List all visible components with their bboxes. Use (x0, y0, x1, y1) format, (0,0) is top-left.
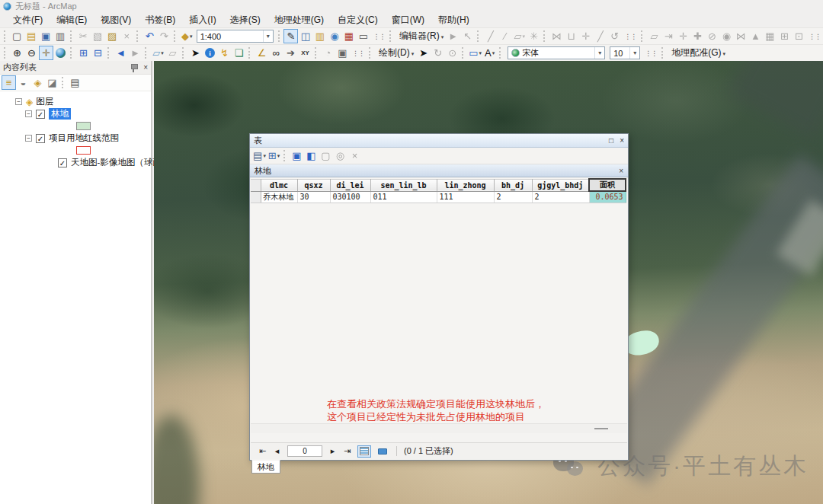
cell-面积[interactable]: 0.0653 (589, 191, 626, 203)
menu-item-customize[interactable]: 自定义(C) (331, 12, 385, 28)
previous-record-button[interactable]: ◂ (271, 446, 283, 456)
lindi-symbol-swatch[interactable] (76, 122, 91, 130)
toolbar-grip[interactable] (389, 30, 393, 42)
toolbar-grip[interactable] (4, 30, 8, 42)
search-window-icon[interactable]: ◉ (327, 29, 341, 43)
toolbar-grip[interactable] (641, 30, 645, 42)
redline-symbol-swatch[interactable] (76, 146, 91, 155)
menu-item-edit[interactable]: 编辑(E) (50, 12, 94, 28)
cell-dlmc[interactable]: 乔木林地 (261, 191, 297, 203)
attribute-table[interactable]: dlmcqsxzdi_leisen_lin_lblin_zhongbh_djgj… (251, 178, 626, 203)
pin-icon[interactable] (130, 63, 138, 72)
identify-icon[interactable] (203, 46, 217, 60)
draw-menu-button[interactable]: 绘制(D)▾ (379, 46, 414, 59)
column-header-di_lei[interactable]: di_lei (330, 179, 370, 191)
new-document-icon[interactable]: ▢ (10, 29, 24, 43)
first-record-button[interactable]: ⇤ (257, 446, 268, 456)
chevron-down-icon[interactable]: ▾ (263, 30, 273, 42)
fixed-zoom-in-icon[interactable]: ⊞ (76, 46, 91, 60)
table-bottom-tab[interactable]: 林地 (251, 460, 280, 474)
catalog-window-icon[interactable]: ▥ (312, 29, 327, 43)
column-header-dlmc[interactable]: dlmc (261, 179, 297, 191)
toolbar-grip[interactable] (4, 47, 8, 59)
next-record-button[interactable]: ▸ (327, 446, 338, 456)
show-all-records-button[interactable] (357, 445, 371, 458)
layer-checkbox[interactable]: ✓ (36, 110, 45, 119)
open-folder-icon[interactable]: ▤ (24, 29, 39, 43)
toolbar-grip[interactable] (278, 30, 282, 42)
switch-selection-icon[interactable]: ◧ (304, 148, 319, 163)
toc-options-icon[interactable]: ▤ (68, 75, 82, 90)
measure-icon[interactable]: ∠ (255, 46, 269, 60)
close-icon[interactable]: × (143, 63, 148, 72)
table-window-titlebar[interactable]: 表 □ × (250, 134, 628, 148)
shape-tool-icon[interactable]: ▭▾ (468, 46, 482, 60)
hyperlink-icon[interactable]: ↯ (217, 46, 232, 60)
paste-icon[interactable]: ▨ (105, 29, 120, 43)
fixed-zoom-out-icon[interactable]: ⊟ (91, 46, 105, 60)
highlight-selected-icon[interactable]: ▣ (290, 148, 304, 163)
list-by-source-icon[interactable]: ◒ (16, 75, 30, 90)
cell-sen_lin_lb[interactable]: 011 (370, 191, 437, 203)
menu-item-view[interactable]: 视图(V) (94, 12, 138, 28)
list-by-visibility-icon[interactable]: ◈ (30, 75, 45, 90)
cell-gjgyl_bhdj[interactable]: 2 (532, 191, 589, 203)
cell-di_lei[interactable]: 030100 (330, 191, 370, 203)
column-header-qsxz[interactable]: qsxz (297, 179, 330, 191)
collapse-icon[interactable]: − (15, 98, 22, 105)
collapse-icon[interactable]: − (25, 110, 32, 117)
print-icon[interactable]: ▥ (53, 29, 68, 43)
save-icon[interactable]: ▣ (39, 29, 53, 43)
table-of-contents-window-icon[interactable]: ◫ (298, 29, 312, 43)
full-extent-globe-icon[interactable] (53, 46, 68, 60)
go-to-xy-icon[interactable] (298, 46, 312, 60)
georeferencing-menu-button[interactable]: 地理配准(G)▾ (671, 46, 725, 59)
toolbar-overflow[interactable]: ⋮⋮ (624, 33, 636, 40)
toc-layer-redline[interactable]: − ✓ 项目用地红线范围 (25, 132, 119, 144)
horizontal-scrollbar[interactable] (251, 423, 627, 433)
font-name-combo[interactable]: 宋体 ▾ (508, 46, 605, 59)
menu-item-windows[interactable]: 窗口(W) (385, 12, 431, 28)
map-scale-combo[interactable]: 1:400 ▾ (197, 30, 274, 43)
close-icon[interactable]: × (619, 167, 623, 175)
toc-layer-lindi[interactable]: − ✓ 林地 (25, 108, 71, 120)
column-header-sen_lin_lb[interactable]: sen_lin_lb (370, 179, 437, 191)
column-header-lin_zhong[interactable]: lin_zhong (437, 179, 494, 191)
collapse-icon[interactable]: − (25, 135, 32, 142)
layer-checkbox[interactable]: ✓ (58, 158, 67, 167)
last-record-button[interactable]: ⇥ (341, 446, 353, 456)
toolbar-grip[interactable] (369, 47, 373, 59)
toolbar-grip[interactable] (661, 47, 665, 59)
select-features-icon[interactable]: ▱▾ (151, 46, 165, 60)
column-header-gjgyl_bhdj[interactable]: gjgyl_bhdj (532, 179, 589, 191)
maximize-icon[interactable]: □ (609, 136, 613, 145)
chevron-down-icon[interactable]: ▾ (629, 47, 639, 59)
pan-hand-icon[interactable]: ✛ (39, 46, 53, 60)
toolbar-overflow[interactable]: ⋮⋮ (809, 33, 821, 40)
find-route-icon[interactable]: ➔ (283, 46, 298, 60)
record-number-input[interactable]: 0 (287, 445, 322, 457)
python-window-icon[interactable]: ▭ (356, 29, 370, 43)
viewer-window-icon[interactable]: ▣ (335, 46, 350, 60)
toolbar-overflow[interactable]: ⋮⋮ (373, 33, 385, 40)
arctoolbox-icon[interactable]: ▦ (341, 29, 356, 43)
scrollbar-thumb[interactable] (594, 428, 608, 429)
layer-checkbox[interactable]: ✓ (36, 134, 45, 143)
cell-qsxz[interactable]: 30 (297, 191, 330, 203)
show-selected-records-button[interactable] (376, 445, 389, 458)
row-selector-header[interactable] (251, 179, 261, 191)
layer-label[interactable]: 项目用地红线范围 (49, 132, 119, 144)
select-elements-icon[interactable]: ➤ (188, 46, 203, 60)
back-extent-icon[interactable]: ◄ (114, 46, 128, 60)
cell-lin_zhong[interactable]: 111 (437, 191, 494, 203)
html-popup-icon[interactable]: ❏ (232, 46, 246, 60)
draw-select-arrow-icon[interactable]: ➤ (416, 46, 431, 60)
menu-item-help[interactable]: 帮助(H) (431, 12, 476, 28)
undo-icon[interactable]: ↶ (143, 29, 157, 43)
find-icon[interactable]: ∞ (269, 46, 283, 60)
cell-bh_dj[interactable]: 2 (494, 191, 532, 203)
editor-pencil-icon[interactable]: ✎ (283, 29, 298, 43)
zoom-in-icon[interactable]: ⊕ (10, 46, 24, 60)
zoom-out-icon[interactable]: ⊖ (24, 46, 39, 60)
menu-item-selection[interactable]: 选择(S) (223, 12, 267, 28)
